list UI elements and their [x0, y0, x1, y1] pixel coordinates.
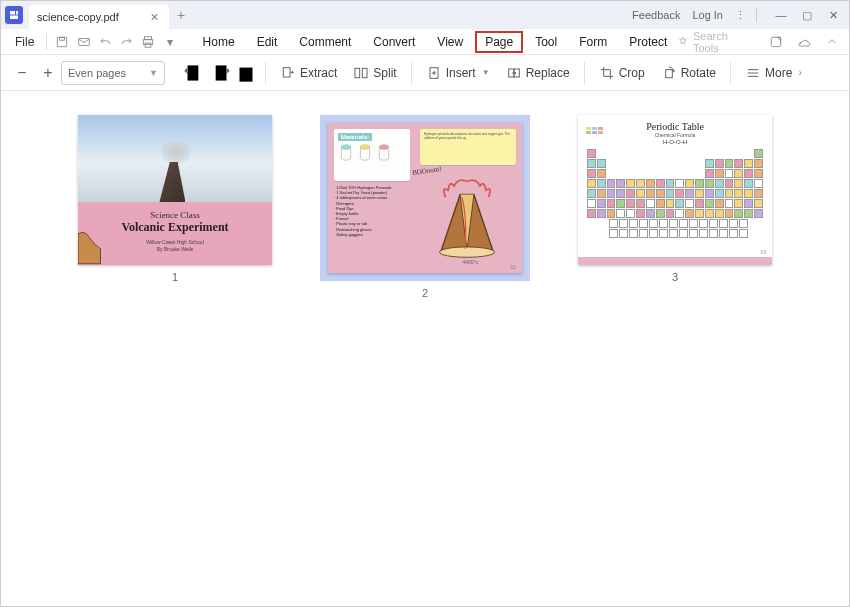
delete-page-icon[interactable]	[233, 60, 259, 86]
svg-rect-8	[216, 65, 227, 80]
menu-protect[interactable]: Protect	[619, 31, 677, 53]
kebab-icon[interactable]: ⋮	[735, 9, 746, 22]
minimize-button[interactable]: —	[769, 5, 793, 25]
more-button[interactable]: More›	[737, 61, 810, 85]
svg-rect-12	[363, 68, 368, 77]
crop-button[interactable]: Crop	[591, 61, 653, 85]
svg-rect-0	[57, 37, 66, 46]
volcano-illustration	[422, 173, 512, 259]
replace-button[interactable]: Replace	[498, 61, 578, 85]
menu-tool[interactable]: Tool	[525, 31, 567, 53]
page1-school: Willow Creek High School	[88, 239, 262, 246]
page-toolbar: − + Even pages ▼ Extract Split Insert▼ R…	[1, 55, 849, 91]
svg-point-20	[439, 247, 494, 257]
svg-rect-11	[355, 68, 360, 77]
save-icon[interactable]	[51, 31, 73, 53]
svg-rect-7	[188, 65, 199, 80]
menu-convert[interactable]: Convert	[363, 31, 425, 53]
menu-view[interactable]: View	[427, 31, 473, 53]
page-number: 02	[510, 264, 516, 270]
undo-icon[interactable]	[94, 31, 116, 53]
redo-icon[interactable]	[116, 31, 138, 53]
thumbnail-number: 1	[172, 271, 178, 283]
page3-formula: H-O-O-H	[578, 139, 772, 145]
mail-icon[interactable]	[73, 31, 95, 53]
tab-title: science-copy.pdf	[37, 11, 147, 23]
close-window-button[interactable]: ✕	[821, 5, 845, 25]
share-icon[interactable]	[765, 31, 787, 53]
svg-point-17	[341, 145, 350, 150]
svg-point-19	[379, 145, 388, 150]
add-tab-button[interactable]: +	[177, 7, 185, 23]
cloud-icon[interactable]	[793, 31, 815, 53]
split-button[interactable]: Split	[345, 61, 404, 85]
menu-form[interactable]: Form	[569, 31, 617, 53]
svg-rect-16	[665, 69, 672, 77]
feedback-link[interactable]: Feedback	[632, 9, 680, 21]
dropdown-icon[interactable]: ▾	[159, 31, 181, 53]
search-tools-label: Search Tools	[693, 30, 755, 54]
menubar: File ▾ HomeEditCommentConvertViewPageToo…	[1, 29, 849, 55]
materials-label: Materials:	[338, 133, 372, 141]
maximize-button[interactable]: ▢	[795, 5, 819, 25]
rotate-left-icon[interactable]	[181, 60, 207, 86]
print-icon[interactable]	[138, 31, 160, 53]
insert-button[interactable]: Insert▼	[418, 61, 498, 85]
page-thumbnail-1[interactable]: Science Class Volcanic Experiment Willow…	[78, 115, 272, 283]
page1-heading-big: Volcanic Experiment	[88, 220, 262, 235]
page-number: 03	[760, 249, 766, 255]
svg-rect-2	[78, 38, 89, 45]
menu-home[interactable]: Home	[193, 31, 245, 53]
login-link[interactable]: Log In	[692, 9, 723, 21]
search-tools[interactable]: Search Tools	[677, 30, 755, 54]
titlebar: science-copy.pdf ✕ + Feedback Log In ⋮ —…	[1, 1, 849, 29]
thumbnail-number: 2	[422, 287, 428, 299]
pages-filter-label: Even pages	[68, 67, 126, 79]
svg-rect-9	[240, 67, 253, 81]
document-tab[interactable]: science-copy.pdf ✕	[29, 5, 169, 29]
collapse-icon[interactable]	[821, 31, 843, 53]
extract-button[interactable]: Extract	[272, 61, 345, 85]
sticky-note: Hydrogen peroxide decomposes into water …	[420, 129, 516, 165]
page-thumbnail-2[interactable]: Materials: Hydrogen peroxide decomposes …	[320, 115, 530, 299]
periodic-table	[587, 149, 763, 238]
legend	[586, 127, 608, 135]
svg-rect-6	[771, 37, 780, 46]
svg-rect-1	[60, 37, 65, 40]
thumbnail-number: 3	[672, 271, 678, 283]
close-tab-icon[interactable]: ✕	[147, 10, 161, 24]
menu-comment[interactable]: Comment	[289, 31, 361, 53]
pages-filter-select[interactable]: Even pages ▼	[61, 61, 165, 85]
menu-edit[interactable]: Edit	[247, 31, 288, 53]
zoom-in-button[interactable]: +	[35, 60, 61, 86]
page1-heading-small: Science Class	[88, 210, 262, 220]
page-thumbnail-3[interactable]: Periodic Table Chemical Formula H-O-O-H …	[578, 115, 772, 283]
thumbnail-grid: Science Class Volcanic Experiment Willow…	[1, 91, 849, 606]
page1-author: By Brooke Wells	[88, 246, 262, 253]
chevron-down-icon: ▼	[149, 68, 158, 78]
temperature-label: 4400°c	[462, 259, 478, 265]
app-icon	[5, 6, 23, 24]
menu-page[interactable]: Page	[475, 31, 523, 53]
rotate-right-icon[interactable]	[207, 60, 233, 86]
rotate-button[interactable]: Rotate	[653, 61, 724, 85]
menu-file[interactable]: File	[7, 32, 42, 52]
svg-rect-10	[283, 67, 290, 76]
zoom-out-button[interactable]: −	[9, 60, 35, 86]
svg-point-18	[360, 145, 369, 150]
materials-list: · 125ml 10% Hydrogen Peroxide · 1 Sachet…	[334, 185, 412, 237]
svg-rect-5	[145, 43, 151, 47]
